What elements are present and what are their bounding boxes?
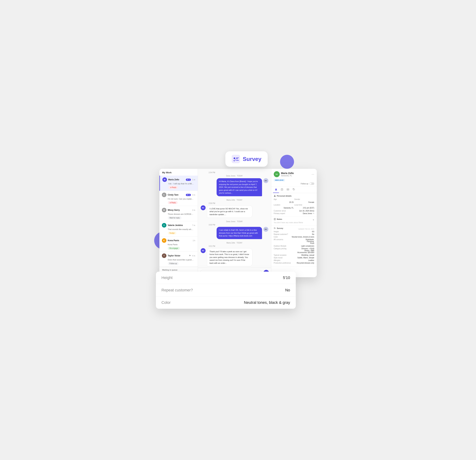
conv-time-valerie: 7 m xyxy=(192,224,195,226)
agent-avatar-1: DJ xyxy=(264,178,268,183)
local-time-value: 2:51 pm (EST) xyxy=(294,207,314,209)
survey-field-occasion: Typical occasion Wedding, casual xyxy=(274,254,314,256)
conv-avatar-kona: K xyxy=(162,238,166,243)
msg-time-1: 2:54 PM xyxy=(209,172,268,174)
conv-preview-maria: I do - I will say that I'm a little worr… xyxy=(168,182,195,185)
conv-preview-valerie: That sounds like exactly what I ne... xyxy=(168,228,194,230)
conv-reply-cindy[interactable]: ⊘ Reply xyxy=(168,201,178,204)
bubble-agent-2: I can relate to that! OK, here's a link … xyxy=(217,227,262,239)
customer-since-value: Jun 18, 2024 (6ms) xyxy=(299,210,314,212)
conv-name-maria: Maria Zello xyxy=(168,178,185,181)
survey-field-outdoor: Outdoor lifestyle Light complexion xyxy=(274,245,314,247)
add-note-button[interactable]: + xyxy=(313,218,314,221)
customer-name: Maria Zello xyxy=(281,172,294,174)
conv-time-maria: 1 m xyxy=(192,179,195,181)
conv-name-kona: Kona Panis xyxy=(168,239,191,242)
conv-wait-missy: Wait for reply xyxy=(168,216,182,219)
edit-icon[interactable]: ✎ xyxy=(313,213,314,214)
conv-name-cindy: Cindy Tare xyxy=(168,194,185,196)
conv-preview-missy: Those dresses are GORGEOUS - I... xyxy=(168,213,194,215)
app-container: My Work M Maria Zello 1 1 m I do - I wil… xyxy=(159,169,317,277)
tab-photo[interactable] xyxy=(285,187,291,193)
msg-group-agent-1: Dana Jones TODAY DJ Hi Maria, it's Dana … xyxy=(201,175,268,196)
left-panel-title: My Work xyxy=(159,169,198,176)
survey-title: Survey xyxy=(274,227,283,229)
customer-location: Sarasota, FL xyxy=(281,174,294,177)
bottom-card-label-repeat: Repeat customer? xyxy=(162,288,193,292)
conv-time-missy: 2 m xyxy=(192,209,195,211)
local-time-label: Local time xyxy=(294,204,314,206)
conv-reengage-kona[interactable]: Re-engage xyxy=(168,247,180,250)
conv-avatar-maria: M xyxy=(162,177,167,182)
conv-badge-cindy: 1 xyxy=(186,194,191,196)
survey-field-style: Style mood Subtle, Warm, Simple xyxy=(274,257,314,259)
msg-group-agent-2: Dana Jones TODAY 3:00 PM DJ I can relate… xyxy=(201,221,268,239)
tab-calendar[interactable] xyxy=(279,187,285,193)
middle-panel: 2:54 PM Dana Jones TODAY DJ Hi Maria, it… xyxy=(198,169,271,277)
page-wrapper: Survey My Work M Maria Zello 1 1 m I do … xyxy=(159,151,317,309)
customer-header: 1m Maria Zello Sarasota, FL ··· NEW LEAD… xyxy=(271,169,317,187)
bottom-card-label-height: Height xyxy=(162,276,173,280)
conv-item-taylor-victor[interactable]: T Taylor Victor ⚑ 4 m Does that sound li… xyxy=(159,252,198,267)
left-panel: My Work M Maria Zello 1 1 m I do - I wil… xyxy=(159,169,198,277)
conv-item-cindy-tare[interactable]: C Cindy Tare 1 3 m I'm not sure. Can you… xyxy=(159,191,198,206)
svg-rect-7 xyxy=(287,189,289,190)
location-label: Location xyxy=(274,204,294,206)
notes-title: Notes xyxy=(274,218,282,220)
conv-item-valerie-jenkins[interactable]: V Valerie Jenkins 7 m That sounds like e… xyxy=(159,221,198,236)
bottom-card-label-color: Color xyxy=(162,300,171,305)
day-divider-2: Maria Zello TODAY xyxy=(201,199,268,201)
msg-row-agent-2: DJ I can relate to that! OK, here's a li… xyxy=(201,227,268,239)
bottom-card-value-repeat: No xyxy=(285,288,290,292)
customer-avatar-2: MZ xyxy=(201,248,205,253)
bottom-card-row-color: Color Neutral tones, black & gray xyxy=(156,296,296,309)
msg-time-2: 2:58 PM xyxy=(209,202,268,204)
conv-item-kona-panis[interactable]: K Kona Panis 1 h Kona Panis Re-engage xyxy=(159,236,198,252)
conv-item-maria-zello[interactable]: M Maria Zello 1 1 m I do - I will say th… xyxy=(159,176,198,191)
followup-toggle[interactable] xyxy=(309,182,314,185)
survey-badge: Survey xyxy=(225,151,268,167)
conv-followup-taylor[interactable]: Follow up xyxy=(168,262,179,265)
svg-point-9 xyxy=(293,189,294,189)
bubble-customer-1: I LOVE that purse SO MUCH!! Yes, show me… xyxy=(207,205,252,218)
more-button[interactable]: ··· xyxy=(312,173,314,176)
personal-details-section: Personal details Age Gender 20 25 Female… xyxy=(271,193,317,216)
notes-empty-message: You don't have any notes about Maria xyxy=(274,222,314,224)
conv-avatar-missy: M xyxy=(162,208,166,212)
msg-group-customer-2: Maria Zello TODAY 3:01 PM MZ Thank you!!… xyxy=(201,242,268,267)
location-value: Sarasota, FL xyxy=(274,207,294,209)
conv-preview-taylor: Does that sound like a good fit? xyxy=(168,259,194,261)
conv-time-kona: 1 h xyxy=(193,240,195,242)
bottom-card-row-repeat: Repeat customer? No xyxy=(156,284,296,296)
followup-label: Follow-up xyxy=(301,183,308,185)
queue-section-title: Waiting in queue xyxy=(159,267,198,272)
conv-avatar-valerie: V xyxy=(162,223,166,227)
chat-messages: 2:54 PM Dana Jones TODAY DJ Hi Maria, it… xyxy=(198,169,271,268)
svg-point-1 xyxy=(234,157,235,159)
tab-tag[interactable] xyxy=(291,187,297,193)
day-divider-1: Dana Jones TODAY xyxy=(201,175,268,177)
svg-point-8 xyxy=(287,189,288,190)
conv-avatar-cindy: C xyxy=(162,192,166,197)
survey-section: Survey Updated: Feb 24, 2020 Height 6'0 … xyxy=(271,226,317,267)
customer-avatar: 1m xyxy=(274,171,280,177)
conv-preview-kona: Kona Panis xyxy=(168,243,194,246)
bubble-agent-1: Hi Maria, it's Dana from [Brand]. I hope… xyxy=(217,178,262,196)
conv-reply-maria[interactable]: ⊘ Reply xyxy=(168,186,178,189)
survey-field-height: Height 6'0 xyxy=(274,231,314,233)
msg-row-agent-1: DJ Hi Maria, it's Dana from [Brand]. I h… xyxy=(201,178,268,196)
survey-field-color: Color Neutral tones, browns & tans xyxy=(274,236,314,238)
conv-name-missy: Missy Gerry xyxy=(168,209,191,211)
svg-rect-0 xyxy=(232,155,240,163)
msg-row-customer-2: MZ Thank you!! I'll take a peek as soon … xyxy=(201,248,268,267)
svg-point-10 xyxy=(274,195,275,196)
survey-field-repeat: Repeat customer? No xyxy=(274,233,314,235)
svg-point-5 xyxy=(275,189,276,190)
day-divider-3: Dana Jones TODAY xyxy=(201,221,268,223)
conv-name-taylor: Taylor Victor xyxy=(168,254,187,257)
conv-item-missy-gerry[interactable]: M Missy Gerry 2 m Those dresses are GORG… xyxy=(159,206,198,221)
age-label: Age xyxy=(274,198,294,200)
survey-field-pricing: Category pricing Dresses: < $140Shoes: <… xyxy=(274,248,314,253)
tab-profile[interactable] xyxy=(273,187,279,193)
conv-nudge-valerie[interactable]: Nudge xyxy=(168,232,176,234)
